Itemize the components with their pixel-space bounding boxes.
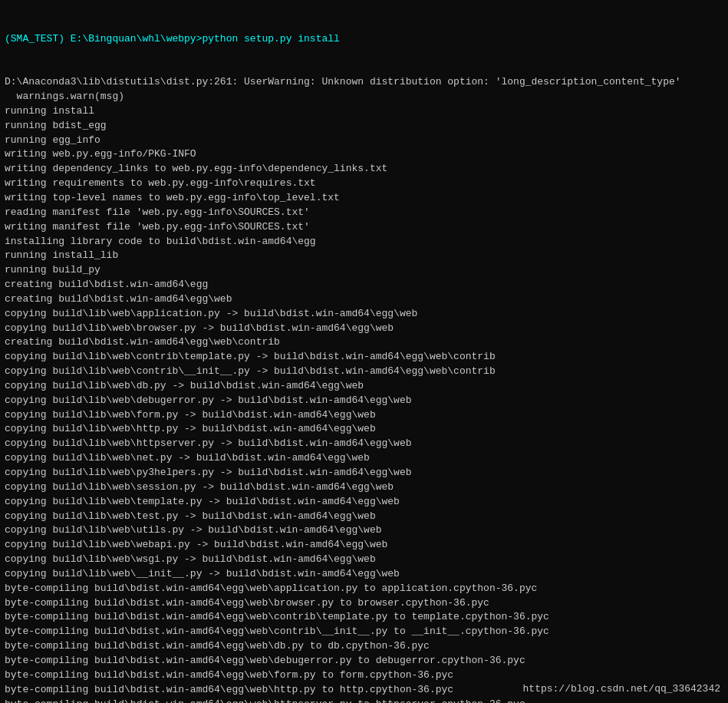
terminal-line: running build_py: [5, 263, 723, 278]
terminal-line: creating build\bdist.win-amd64\egg: [5, 278, 723, 292]
terminal-line: copying build\lib\web\application.py -> …: [5, 307, 723, 322]
terminal-line: warnings.warn(msg): [5, 90, 723, 104]
terminal-line: byte-compiling build\bdist.win-amd64\egg…: [5, 610, 723, 625]
terminal-line: copying build\lib\web\contrib\__init__.p…: [5, 365, 723, 379]
terminal-line: copying build\lib\web\form.py -> build\b…: [5, 408, 723, 423]
terminal-line: installing library code to build\bdist.w…: [5, 235, 723, 249]
terminal-output[interactable]: (SMA_TEST) E:\Bingquan\whl\webpy>python …: [0, 0, 728, 703]
terminal-line: copying build\lib\web\browser.py -> buil…: [5, 322, 723, 336]
terminal-line: byte-compiling build\bdist.win-amd64\egg…: [5, 698, 723, 704]
terminal-line: running bdist_egg: [5, 119, 723, 134]
terminal-line: writing dependency_links to web.py.egg-i…: [5, 162, 723, 177]
terminal-line: running install: [5, 104, 723, 119]
terminal-line: reading manifest file 'web.py.egg-info\S…: [5, 206, 723, 220]
terminal-line: writing web.py.egg-info/PKG-INFO: [5, 147, 723, 162]
terminal-line: copying build\lib\web\session.py -> buil…: [5, 480, 723, 495]
terminal-line: writing requirements to web.py.egg-info\…: [5, 177, 723, 191]
terminal-line: byte-compiling build\bdist.win-amd64\egg…: [5, 582, 723, 596]
terminal-line: D:\Anaconda3\lib\distutils\dist.py:261: …: [5, 75, 723, 90]
terminal-line: copying build\lib\web\webapi.py -> build…: [5, 538, 723, 553]
terminal-line: copying build\lib\web\net.py -> build\bd…: [5, 451, 723, 466]
terminal-line: copying build\lib\web\py3helpers.py -> b…: [5, 466, 723, 480]
url-watermark: https://blog.csdn.net/qq_33642342: [523, 682, 720, 697]
terminal-line: byte-compiling build\bdist.win-amd64\egg…: [5, 625, 723, 639]
terminal-line: running install_lib: [5, 249, 723, 263]
terminal-container: (SMA_TEST) E:\Bingquan\whl\webpy>python …: [0, 0, 728, 703]
terminal-line: copying build\lib\web\__init__.py -> bui…: [5, 567, 723, 582]
terminal-line: byte-compiling build\bdist.win-amd64\egg…: [5, 639, 723, 654]
terminal-line: copying build\lib\web\debugerror.py -> b…: [5, 394, 723, 408]
terminal-line: writing top-level names to web.py.egg-in…: [5, 191, 723, 206]
terminal-line: copying build\lib\web\utils.py -> build\…: [5, 523, 723, 538]
terminal-line: copying build\lib\web\httpserver.py -> b…: [5, 437, 723, 451]
terminal-line: running egg_info: [5, 134, 723, 148]
terminal-line: byte-compiling build\bdist.win-amd64\egg…: [5, 654, 723, 668]
terminal-line: creating build\bdist.win-amd64\egg\web: [5, 292, 723, 307]
prompt-line: (SMA_TEST) E:\Bingquan\whl\webpy>python …: [5, 32, 723, 47]
terminal-line: byte-compiling build\bdist.win-amd64\egg…: [5, 668, 723, 683]
terminal-line: byte-compiling build\bdist.win-amd64\egg…: [5, 596, 723, 611]
terminal-line: copying build\lib\web\template.py -> bui…: [5, 495, 723, 510]
terminal-line: copying build\lib\web\contrib\template.p…: [5, 350, 723, 365]
terminal-line: copying build\lib\web\db.py -> build\bdi…: [5, 379, 723, 394]
terminal-line: writing manifest file 'web.py.egg-info\S…: [5, 220, 723, 235]
terminal-line: creating build\bdist.win-amd64\egg\web\c…: [5, 335, 723, 350]
terminal-line: copying build\lib\web\test.py -> build\b…: [5, 510, 723, 524]
terminal-line: copying build\lib\web\http.py -> build\b…: [5, 422, 723, 437]
terminal-line: copying build\lib\web\wsgi.py -> build\b…: [5, 553, 723, 567]
prompt-text: (SMA_TEST) E:\Bingquan\whl\webpy>python …: [5, 33, 340, 45]
